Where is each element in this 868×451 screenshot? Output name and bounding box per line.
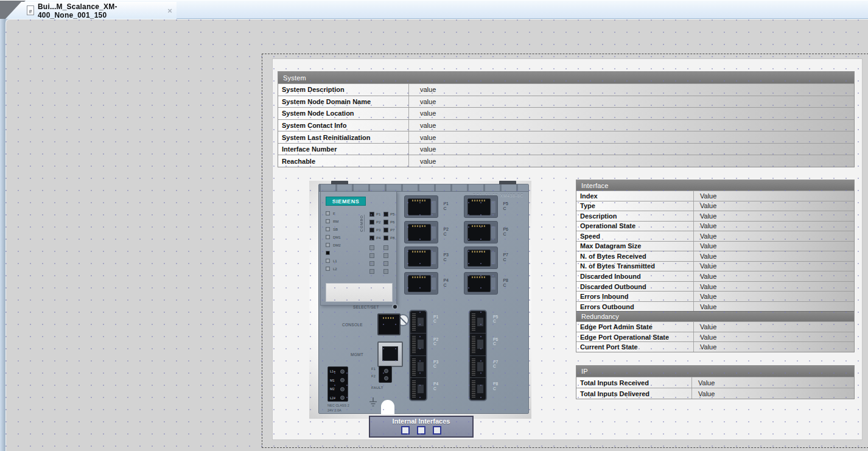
canvas-work-area: System System Description value System N… bbox=[5, 19, 868, 451]
faceplate-tab-icon: # bbox=[27, 5, 34, 15]
faceplate-tab[interactable]: # Bui...M_Scalance_XM-400_None_001_150 × bbox=[5, 2, 177, 19]
editor-window: # Bui...M_Scalance_XM-400_None_001_150 ×… bbox=[0, 0, 868, 451]
tab-title: Bui...M_Scalance_XM-400_None_001_150 bbox=[38, 2, 177, 19]
tab-bar: # Bui...M_Scalance_XM-400_None_001_150 × bbox=[0, 0, 868, 19]
close-icon[interactable]: × bbox=[164, 6, 175, 16]
editor-canvas: System System Description value System N… bbox=[0, 19, 868, 451]
canvas-left-strip bbox=[0, 19, 5, 451]
selection-border bbox=[262, 54, 868, 448]
